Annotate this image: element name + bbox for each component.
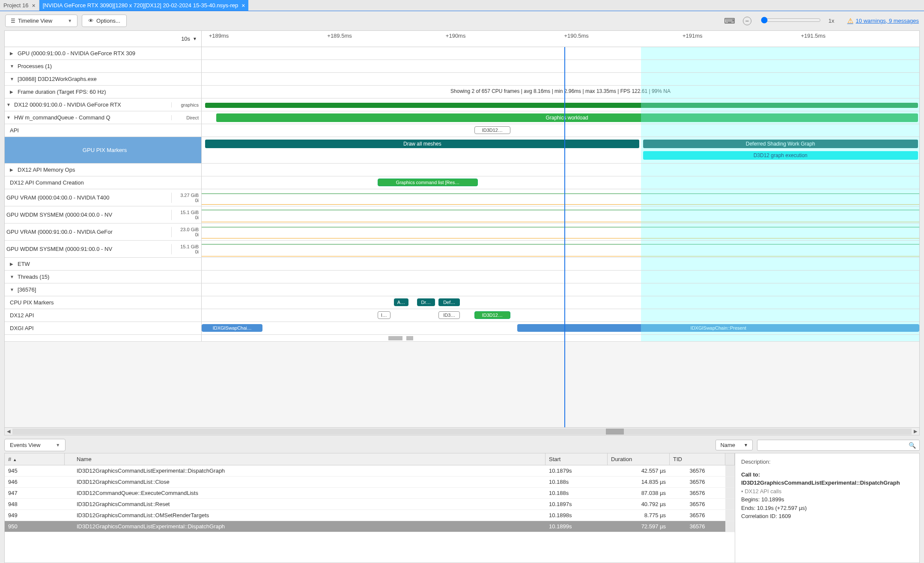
expand-icon[interactable]: ▶ — [10, 167, 15, 172]
collapse-icon[interactable]: ▼ — [6, 115, 12, 120]
bar-id3d12[interactable]: ID3D12… — [474, 126, 510, 134]
bar-stub[interactable] — [406, 336, 414, 340]
table-row[interactable]: 948ID3D12GraphicsCommandList::Reset10.18… — [5, 499, 735, 510]
tab-report[interactable]: [NVIDIA GeForce RTX 3090][1280 x 720][DX… — [39, 0, 249, 11]
expand-icon[interactable]: ▶ — [10, 51, 15, 56]
tree-gpu-pix-markers[interactable]: GPU PIX Markers — [8, 144, 201, 156]
bar-cpu-a[interactable]: A… — [394, 298, 408, 306]
bar-d3d12-graph-exec[interactable]: D3D12 graph execution — [643, 151, 918, 160]
bar-cpu-dr[interactable]: Dr… — [417, 298, 435, 306]
close-icon[interactable]: × — [241, 2, 245, 9]
tree-etw[interactable]: ▶ETW — [8, 258, 201, 270]
zoom-slider[interactable] — [761, 17, 821, 25]
tree-gpu-vram-1[interactable]: GPU VRAM (0000:04:00.0 - NVIDIA T400 — [5, 192, 171, 203]
cpu-pix-track[interactable]: A… Dr… Def… — [202, 296, 919, 309]
collapse-icon[interactable]: ▼ — [6, 102, 12, 107]
tab-label: Project 16 — [3, 2, 29, 9]
bar-dx12-id3d12[interactable]: ID3D12… — [474, 311, 510, 319]
scroll-right-icon[interactable]: ▶ — [912, 429, 919, 434]
collapse-icon[interactable]: ▼ — [10, 77, 15, 81]
tree-gpu-wddm-2[interactable]: GPU WDDM SYSMEM (0000:91:00.0 - NV — [5, 243, 171, 255]
tree-dxgi-api[interactable]: DXGI API — [8, 322, 201, 334]
tree-thread-id[interactable]: ▼[36576] — [8, 284, 201, 295]
desc-ends: Ends: 10.19s (+72.597 µs) — [741, 504, 913, 512]
bar-dx12-i[interactable]: I… — [378, 311, 390, 319]
frame-duration-track[interactable]: Showing 2 of 657 CPU frames | avg 8.16ms… — [202, 86, 919, 98]
expand-icon[interactable]: ▶ — [10, 262, 15, 266]
dx12-api-track[interactable]: I… ID3… ID3D12… — [202, 309, 919, 322]
ruler-ticks: +189ms +189.5ms +190ms +190.5ms +191ms +… — [202, 31, 919, 47]
tab-project[interactable]: Project 16 × — [0, 0, 39, 11]
tree-dx12-cmd-creation[interactable]: DX12 API Command Creation — [8, 177, 201, 188]
zoom-out-icon[interactable]: − — [743, 17, 751, 25]
col-name[interactable]: Name — [65, 453, 545, 465]
cmd-creation-track[interactable]: Graphics command list [Res… — [202, 176, 919, 189]
search-input[interactable] — [761, 442, 909, 448]
tree-hw-queue[interactable]: ▼HW m_commandQueue - Command Q — [5, 112, 171, 123]
collapse-icon[interactable]: ▼ — [10, 287, 15, 292]
graphics-track[interactable] — [202, 98, 919, 111]
search-icon[interactable]: 🔍 — [909, 442, 916, 449]
bar-dxgi-swap2[interactable]: IDXGISwapChain::Present — [517, 324, 919, 332]
timeline-hscroll[interactable]: ◀ ▶ — [5, 427, 919, 435]
timeline-body[interactable]: ▶GPU (0000:91:00.0 - NVIDIA GeForce RTX … — [5, 47, 919, 427]
bar-graphics[interactable] — [205, 103, 918, 108]
gpu-pix-track[interactable]: Draw all meshes Deferred Shading Work Gr… — [202, 137, 919, 163]
table-row[interactable]: 947ID3D12CommandQueue::ExecuteCommandLis… — [5, 488, 735, 499]
vram1-track[interactable] — [202, 189, 919, 206]
wddm2-track[interactable] — [202, 241, 919, 257]
bar-stub[interactable] — [388, 336, 403, 340]
tree-cpu-pix-markers[interactable]: CPU PIX Markers — [8, 297, 201, 308]
bar-draw-all-meshes[interactable]: Draw all meshes — [205, 140, 639, 148]
tree-gpu-wddm-1[interactable]: GPU WDDM SYSMEM (0000:04:00.0 - NV — [5, 209, 171, 220]
options-button[interactable]: 👁 Options... — [82, 15, 127, 27]
view-dropdown[interactable]: ☰ Timeline View ▼ — [5, 15, 77, 27]
collapse-icon[interactable]: ▼ — [10, 274, 15, 279]
sort-asc-icon: ▲ — [13, 458, 17, 462]
tree-dx12-mem-ops[interactable]: ▶DX12 API Memory Ops — [8, 164, 201, 176]
tree-api[interactable]: API — [8, 125, 201, 136]
tree-gpu-root[interactable]: ▶GPU (0000:91:00.0 - NVIDIA GeForce RTX … — [8, 48, 201, 59]
tree-dx12-device[interactable]: ▼DX12 0000:91:00.0 - NVIDIA GeForce RTX — [5, 99, 171, 110]
api-track[interactable]: ID3D12… — [202, 124, 919, 137]
table-row[interactable]: 945ID3D12GraphicsCommandListExperimental… — [5, 465, 735, 477]
timeline-ruler[interactable]: 10s ▼ +189ms +189.5ms +190ms +190.5ms +1… — [5, 31, 919, 47]
vram2-track[interactable] — [202, 223, 919, 240]
expand-icon[interactable]: ▶ — [10, 89, 15, 94]
tree-dx12-api[interactable]: DX12 API — [8, 310, 201, 321]
search-box[interactable]: 🔍 — [757, 440, 920, 451]
warnings-link[interactable]: ⚠ 10 warnings, 9 messages — [847, 17, 919, 25]
tree-processes[interactable]: ▼Processes (1) — [8, 60, 201, 72]
wddm1-track[interactable] — [202, 206, 919, 223]
table-row[interactable]: 946ID3D12GraphicsCommandList::Close10.18… — [5, 477, 735, 488]
col-tid[interactable]: TID — [670, 453, 725, 465]
chevron-down-icon[interactable]: ▼ — [193, 36, 197, 41]
col-num[interactable]: #▲ — [5, 453, 65, 465]
bar-dx12-id3[interactable]: ID3… — [438, 311, 460, 319]
keyboard-icon[interactable]: ⌨ — [724, 16, 735, 26]
col-start[interactable]: Start — [545, 453, 608, 465]
scroll-thumb[interactable] — [606, 429, 624, 435]
bar-cpu-def[interactable]: Def… — [438, 298, 460, 306]
table-row[interactable]: 950ID3D12GraphicsCommandListExperimental… — [5, 521, 735, 532]
bar-deferred-shading[interactable]: Deferred Shading Work Graph — [643, 140, 918, 148]
col-duration[interactable]: Duration — [608, 453, 670, 465]
close-icon[interactable]: × — [32, 2, 36, 9]
direct-track[interactable]: Graphics workload — [202, 111, 919, 124]
scroll-left-icon[interactable]: ◀ — [5, 429, 12, 434]
table-row[interactable]: 949ID3D12GraphicsCommandList::OMSetRende… — [5, 510, 735, 521]
events-view-dropdown[interactable]: Events View ▼ — [4, 439, 66, 451]
tree-frame-duration[interactable]: ▶Frame duration (Target FPS: 60 Hz) — [8, 86, 201, 98]
tree-process-exe[interactable]: ▼[30868] D3D12WorkGraphs.exe — [8, 73, 201, 85]
bar-graphics-cmd-list[interactable]: Graphics command list [Res… — [378, 179, 478, 186]
bar-graphics-workload[interactable]: Graphics workload — [216, 113, 918, 122]
tab-label: [NVIDIA GeForce RTX 3090][1280 x 720][DX… — [43, 2, 238, 9]
bar-dxgi-swap1[interactable]: IDXGISwapChai… — [202, 324, 262, 332]
dxgi-api-track[interactable]: IDXGISwapChai… IDXGISwapChain::Present — [202, 322, 919, 334]
tree-gpu-vram-2[interactable]: GPU VRAM (0000:91:00.0 - NVIDIA GeFor — [5, 226, 171, 238]
collapse-icon[interactable]: ▼ — [10, 64, 15, 69]
tree-extra[interactable] — [8, 336, 201, 341]
tree-threads[interactable]: ▼Threads (15) — [8, 271, 201, 283]
events-table: #▲ Name Start Duration TID 945ID3D12Grap… — [5, 453, 735, 563]
filter-select[interactable]: Name ▼ — [715, 440, 753, 450]
